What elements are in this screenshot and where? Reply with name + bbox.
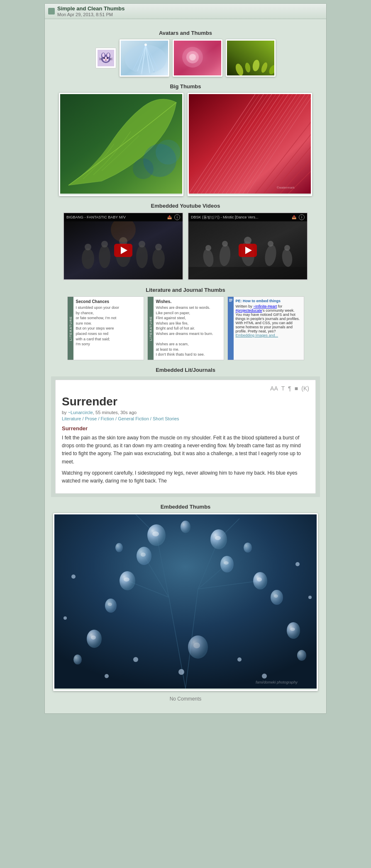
avatars-thumbs-row [51, 39, 320, 77]
no-comments: No Comments [51, 691, 320, 705]
dbsk-play-button[interactable] [239, 244, 257, 257]
svg-point-109 [141, 553, 146, 557]
big-thumb-leaf [59, 93, 183, 196]
bigbang-play-triangle [121, 247, 127, 254]
svg-point-125 [297, 650, 306, 661]
svg-point-132 [295, 562, 300, 566]
embedded-thumbs-section-title: Embedded Thumbs [51, 504, 320, 510]
svg-point-130 [193, 643, 200, 648]
svg-point-135 [63, 616, 67, 620]
svg-point-8 [107, 57, 108, 59]
leaf-svg [60, 94, 183, 194]
svg-rect-92 [229, 301, 232, 302]
journal-time: 55 minutes, 30s ago [95, 410, 137, 415]
svg-point-15 [125, 45, 166, 74]
svg-rect-91 [229, 300, 232, 301]
embedded-thumb-water: fami/domeki photography [53, 513, 318, 691]
svg-text:©watermark: ©watermark [277, 186, 295, 189]
embedded-lit-section-title: Embedded Lit/Journals [51, 367, 320, 373]
svg-point-26 [153, 71, 155, 73]
lit-title-2: Wishes. [156, 299, 221, 304]
lit-row: LITERATURE Second Chances I stumbled upo… [51, 296, 320, 360]
svg-point-5 [107, 53, 110, 57]
info-icon[interactable]: i [174, 214, 180, 220]
breadcrumb-prose[interactable]: Prose [85, 416, 97, 421]
embedded-lit-bg: AA T ¶ ■ (K) Surrender by ~Lunarcircle, … [51, 376, 320, 497]
window-icon [48, 8, 55, 15]
svg-point-86 [268, 241, 273, 247]
svg-point-113 [124, 577, 129, 582]
lit-thumb-second-chances[interactable]: LITERATURE Second Chances I stumbled upo… [67, 296, 144, 360]
journal-author-link[interactable]: ~Lunarcircle [68, 410, 93, 415]
journal-body-title: Surrender [62, 425, 309, 432]
svg-point-23 [141, 73, 143, 75]
svg-point-121 [91, 635, 96, 640]
lit-sidebar-1: LITERATURE [68, 297, 73, 360]
toolbar-t[interactable]: T [281, 385, 285, 392]
journal-body-text2: Watching my opponent carefully, I sidest… [62, 469, 309, 485]
svg-point-85 [244, 237, 251, 244]
crystal-svg [121, 41, 169, 77]
pink-svg [174, 41, 222, 77]
youtube-bigbang-video[interactable] [64, 221, 183, 279]
pe-project-link[interactable]: #projecteducate [236, 308, 262, 313]
breadcrumb-general-fiction[interactable]: General Fiction [118, 416, 149, 421]
breadcrumb-fiction[interactable]: Fiction [101, 416, 114, 421]
toolbar-k[interactable]: (K) [301, 385, 309, 392]
lit-content-1: Second Chances I stumbled upon your door… [73, 297, 144, 360]
lit-content-2: Wishes. Wishes are dreams set to words.L… [154, 297, 224, 360]
journal-body-text1: I felt the pain as the skin tore away fr… [62, 434, 309, 466]
titlebar: Simple and Clean Thumbs Mon Apr 29, 2013… [45, 4, 326, 19]
svg-point-87 [284, 245, 290, 251]
big-thumbs-section-title: Big Thumbs [51, 83, 320, 90]
svg-point-4 [102, 53, 105, 57]
svg-point-128 [244, 543, 252, 553]
svg-point-67 [99, 245, 110, 268]
youtube-section-title: Embedded Youtube Videos [51, 203, 320, 209]
journal-toolbar: AA T ¶ ■ (K) [62, 385, 309, 392]
lit-sidebar-label-2: LITERATURE [149, 316, 152, 340]
svg-point-69 [136, 245, 148, 268]
svg-point-71 [85, 244, 91, 250]
svg-point-126 [181, 521, 190, 533]
content-area: Avatars and Thumbs [45, 19, 326, 713]
svg-point-7 [103, 57, 105, 59]
pe-body: Written by ~Infinite-Heart for #projecte… [236, 304, 302, 337]
youtube-bigbang-title: BIGBANG - FANTASTIC BABY M/V [66, 215, 126, 219]
pe-icon-bar [228, 297, 234, 360]
svg-point-84 [222, 241, 228, 247]
red-lines-svg: ©watermark [189, 94, 312, 194]
youtube-bigbang-bar: BIGBANG - FANTASTIC BABY M/V 📤 i [64, 213, 183, 221]
svg-point-107 [215, 536, 221, 540]
youtube-dbsk-video[interactable] [188, 221, 307, 279]
bigbang-play-button[interactable] [114, 244, 132, 257]
journal-body: Surrender I felt the pain as the skin to… [62, 425, 309, 485]
svg-point-42 [133, 158, 154, 179]
svg-point-117 [108, 603, 112, 606]
youtube-bigbang[interactable]: BIGBANG - FANTASTIC BABY M/V 📤 i [63, 212, 183, 280]
svg-point-105 [152, 531, 159, 536]
svg-point-115 [257, 577, 262, 582]
lit-body-2: Wishes are dreams set to words.Like penc… [156, 305, 221, 357]
breadcrumb-short-stories[interactable]: Short Stories [153, 416, 179, 421]
toolbar-paragraph[interactable]: ¶ [288, 385, 291, 392]
avatars-section-title: Avatars and Thumbs [51, 30, 320, 36]
lit-thumb-pe[interactable]: PE: How to embed things Written by ~Infi… [227, 296, 304, 360]
svg-point-138 [105, 674, 109, 678]
journal-breadcrumb: Literature / Prose / Fiction / General F… [62, 416, 309, 421]
toolbar-block[interactable]: ■ [295, 385, 298, 392]
youtube-dbsk[interactable]: DBSK (동방신기) - Mirotic [Dance Vers... 📤 i [188, 212, 308, 280]
water-drops-svg: fami/domeki photography [54, 514, 317, 689]
share-icon[interactable]: 📤 [167, 215, 172, 219]
share-icon-2[interactable]: 📤 [292, 215, 296, 219]
pe-author-link[interactable]: ~Infinite-Heart [253, 304, 277, 308]
lit-thumb-wishes[interactable]: LITERATURE Wishes. Wishes are dreams set… [147, 296, 224, 360]
thumb-crystal [120, 39, 169, 77]
breadcrumb-literature[interactable]: Literature [62, 416, 81, 421]
info-icon-2[interactable]: i [299, 214, 305, 220]
journal-embed: AA T ¶ ■ (K) Surrender by ~Lunarcircle, … [55, 380, 316, 494]
svg-point-72 [101, 241, 108, 247]
svg-text:fami/domeki photography: fami/domeki photography [256, 680, 298, 684]
toolbar-aa[interactable]: AA [270, 385, 278, 392]
svg-point-9 [105, 59, 107, 61]
